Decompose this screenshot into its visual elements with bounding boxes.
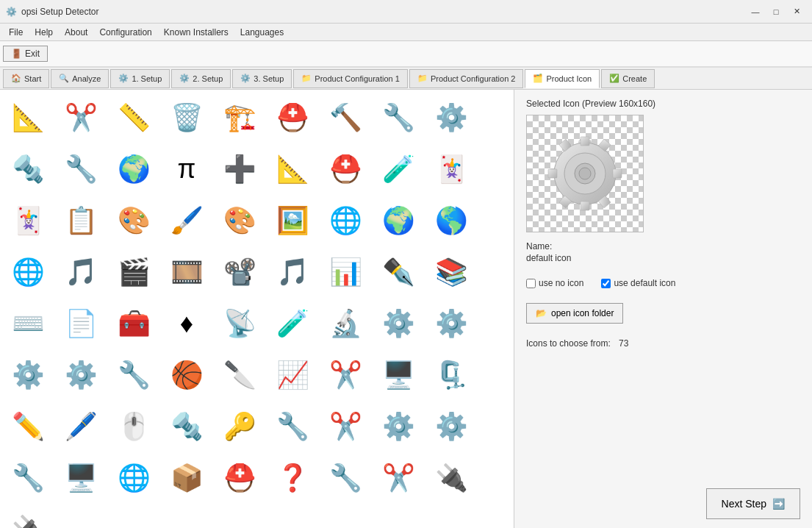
icon-cell[interactable]: 🔌 [426,453,476,503]
icon-cell[interactable]: 🔨 [320,93,370,143]
icon-cell[interactable]: ⛑️ [320,144,370,194]
icon-cell[interactable]: 🌎 [426,196,476,246]
icon-cell[interactable]: 🖼️ [267,196,317,246]
menu-configuration[interactable]: Configuration [93,26,157,39]
icon-cell[interactable]: ♦️ [162,299,212,349]
tab-start[interactable]: 🏠 Start [3,69,49,88]
icon-cell[interactable]: 🔬 [320,299,370,349]
icon-cell[interactable]: 📽️ [215,247,265,297]
icon-cell[interactable]: 📈 [267,350,317,400]
icon-cell[interactable]: ⚙️ [426,299,476,349]
tab-product-config2[interactable]: 📁 Product Configuration 2 [409,69,524,88]
icon-cell[interactable]: 🌐 [109,453,159,503]
icon-cell[interactable]: ⛑️ [267,93,317,143]
icon-cell[interactable]: 🃏 [3,196,53,246]
icon-cell[interactable]: 🔩 [162,402,212,452]
icon-cell[interactable]: 🔪 [215,350,265,400]
svg-rect-6 [548,169,557,178]
icon-cell[interactable]: 🌍 [373,196,423,246]
icon-cell[interactable]: 🖌️ [162,196,212,246]
open-folder-button[interactable]: 📂 open icon folder [526,303,623,324]
menu-help[interactable]: Help [29,26,59,39]
tab-setup3[interactable]: ⚙️ 3. Setup [232,69,292,88]
icon-cell[interactable]: 🌐 [3,247,53,297]
icon-cell[interactable]: 🧪 [267,299,317,349]
icon-cell[interactable]: 🧪 [373,144,423,194]
icon-cell[interactable]: ⚙️ [373,402,423,452]
icon-cell[interactable]: 🏗️ [215,93,265,143]
close-button[interactable]: ✕ [787,3,806,21]
icon-cell[interactable]: 🔑 [215,402,265,452]
menu-languages[interactable]: Languages [234,26,290,39]
icon-cell[interactable]: 🔧 [373,93,423,143]
next-step-button[interactable]: Next Step ➡️ [706,488,800,519]
icon-cell[interactable]: 🗑️ [162,93,212,143]
tab-product-config1[interactable]: 📁 Product Configuration 1 [293,69,408,88]
icon-grid-container[interactable]: 📐✂️📏🗑️🏗️⛑️🔨🔧⚙️🔩🔧🌍π➕📐⛑️🧪🃏🃏📋🎨🖌️🎨🖼️🌐🌍🌎🌐🎵🎬🎞️… [0,90,514,528]
icon-cell[interactable]: π [162,144,212,194]
icon-cell[interactable]: 🔧 [3,453,53,503]
icon-cell[interactable]: ⚙️ [373,299,423,349]
menu-about[interactable]: About [59,26,93,39]
icon-cell[interactable]: 🌍 [109,144,159,194]
icon-cell[interactable]: 🗜️ [426,350,476,400]
icon-cell[interactable]: ⚙️ [56,350,106,400]
icon-cell[interactable]: 🔧 [109,350,159,400]
icon-cell[interactable]: 🔌 [3,504,53,528]
icon-cell[interactable]: ✂️ [320,350,370,400]
icon-cell[interactable]: 🔩 [3,144,53,194]
icon-cell[interactable]: 🖱️ [109,402,159,452]
icon-cell[interactable]: 📐 [3,93,53,143]
icon-cell[interactable]: ✂️ [320,402,370,452]
icon-cell[interactable]: 🏀 [162,350,212,400]
icon-cell[interactable]: 📐 [267,144,317,194]
no-icon-checkbox-label[interactable]: use no icon [526,278,583,288]
icon-cell[interactable]: 📡 [215,299,265,349]
icon-cell[interactable]: ✏️ [3,402,53,452]
icon-cell[interactable]: 🎵 [267,247,317,297]
icon-cell[interactable]: 🃏 [426,144,476,194]
icon-cell[interactable]: 🎞️ [162,247,212,297]
icon-cell[interactable]: 🖥️ [56,453,106,503]
menu-file[interactable]: File [3,26,29,39]
icon-cell[interactable]: 📄 [56,299,106,349]
icon-cell[interactable]: ⚙️ [3,350,53,400]
icon-cell[interactable]: 🖊️ [56,402,106,452]
tab-setup2[interactable]: ⚙️ 2. Setup [171,69,231,88]
icon-cell[interactable]: ⛑️ [215,453,265,503]
menu-known-installers[interactable]: Known Installers [158,26,234,39]
maximize-button[interactable]: □ [766,3,786,21]
icon-cell[interactable]: ⚙️ [426,93,476,143]
icon-cell[interactable]: ✒️ [373,247,423,297]
icon-cell[interactable]: 📚 [426,247,476,297]
icon-cell[interactable]: 🎨 [215,196,265,246]
icon-cell[interactable]: ✂️ [56,93,106,143]
default-icon-checkbox[interactable] [601,279,611,288]
icon-cell[interactable]: 🖥️ [373,350,423,400]
no-icon-checkbox[interactable] [526,279,536,288]
icon-cell[interactable]: ⌨️ [3,299,53,349]
icon-cell[interactable]: 📋 [56,196,106,246]
tab-setup1[interactable]: ⚙️ 1. Setup [110,69,170,88]
default-icon-checkbox-label[interactable]: use default icon [601,278,675,288]
icon-cell[interactable]: 🎬 [109,247,159,297]
exit-button[interactable]: 🚪 Exit [3,46,48,62]
icon-cell[interactable]: 📏 [109,93,159,143]
icon-cell[interactable]: 📊 [320,247,370,297]
icon-cell[interactable]: ⚙️ [426,402,476,452]
icon-cell[interactable]: 🔧 [320,453,370,503]
icon-cell[interactable]: ➕ [215,144,265,194]
icon-cell[interactable]: 🔧 [267,402,317,452]
tab-product-icon[interactable]: 🗂️ Product Icon [525,69,600,88]
icon-cell[interactable]: ❓ [267,453,317,503]
tab-create[interactable]: ✅ Create [601,69,655,88]
minimize-button[interactable]: — [746,3,765,21]
tab-analyze[interactable]: 🔍 Analyze [51,69,109,88]
icon-cell[interactable]: 🌐 [320,196,370,246]
icon-cell[interactable]: ✂️ [373,453,423,503]
icon-cell[interactable]: 🧰 [109,299,159,349]
icon-cell[interactable]: 📦 [162,453,212,503]
icon-cell[interactable]: 🔧 [56,144,106,194]
icon-cell[interactable]: 🎨 [109,196,159,246]
icon-cell[interactable]: 🎵 [56,247,106,297]
